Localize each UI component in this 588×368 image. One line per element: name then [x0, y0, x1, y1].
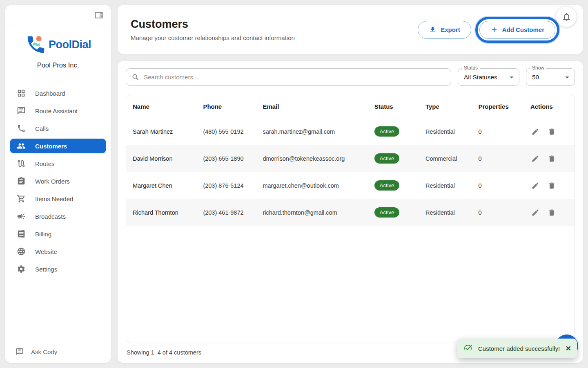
- cell-name: Richard Thornton: [126, 199, 196, 226]
- export-button[interactable]: Export: [418, 21, 471, 39]
- page-header: Customers Manage your customer relations…: [118, 5, 583, 54]
- cell-properties: 0: [472, 118, 524, 145]
- customers-table: Name Phone Email Status Type Properties …: [126, 95, 575, 226]
- cell-properties: 0: [472, 199, 524, 226]
- app-root: PoolDial Pool Pros Inc. Dashboard Route …: [0, 0, 588, 368]
- column-header-type: Type: [419, 95, 472, 118]
- cart-icon: [16, 194, 26, 204]
- dashboard-icon: [16, 88, 26, 98]
- cell-phone: (203) 655-1890: [196, 145, 256, 172]
- edit-icon[interactable]: [530, 181, 540, 191]
- people-icon: [16, 141, 26, 151]
- add-customer-label: Add Customer: [502, 26, 544, 33]
- phone-icon: [16, 123, 26, 133]
- main-content: Customers Manage your customer relations…: [118, 5, 583, 363]
- cell-type: Commercial: [419, 145, 472, 172]
- search-input[interactable]: [144, 74, 445, 81]
- delete-icon[interactable]: [547, 127, 557, 137]
- cell-email: margaret.chen@outlook.com: [256, 172, 368, 199]
- column-header-email: Email: [256, 95, 368, 118]
- status-filter-select[interactable]: Status All Statuses: [458, 68, 519, 86]
- page-title: Customers: [131, 18, 295, 31]
- company-name: Pool Pros Inc.: [5, 61, 111, 69]
- sidebar-item-broadcasts[interactable]: Broadcasts: [10, 209, 106, 224]
- cell-phone: (203) 876-5124: [196, 172, 256, 199]
- column-header-phone: Phone: [196, 95, 256, 118]
- cell-actions: [524, 118, 575, 145]
- check-circle-icon: [463, 343, 473, 353]
- logo-block: PoolDial Pool Pros Inc.: [5, 25, 111, 79]
- table-header-row: Name Phone Email Status Type Properties …: [126, 95, 575, 118]
- column-header-actions: Actions: [524, 95, 575, 118]
- delete-icon[interactable]: [547, 181, 557, 191]
- cell-phone: (480) 555-0192: [196, 118, 256, 145]
- clipboard-icon: [16, 176, 26, 186]
- cell-type: Residential: [419, 172, 472, 199]
- cell-status: Active: [368, 145, 419, 172]
- sidebar-item-work-orders[interactable]: Work Orders: [10, 174, 106, 188]
- table-row: Margaret Chen (203) 876-5124 margaret.ch…: [126, 172, 575, 199]
- status-badge: Active: [374, 126, 399, 137]
- column-header-name: Name: [126, 95, 196, 118]
- cell-properties: 0: [472, 172, 524, 199]
- receipt-icon: [16, 229, 26, 239]
- cell-name: Sarah Martinez: [126, 118, 196, 145]
- cell-status: Active: [368, 118, 419, 145]
- delete-icon[interactable]: [547, 208, 557, 218]
- gear-icon: [16, 264, 26, 274]
- cell-email: dmorrison@tokenekeassoc.org: [256, 145, 368, 172]
- cell-email: sarah.martinez@gmail.com: [256, 118, 368, 145]
- search-icon: [131, 73, 140, 81]
- collapse-sidebar-icon[interactable]: [94, 10, 104, 20]
- status-badge: Active: [374, 153, 399, 164]
- sidebar-item-calls[interactable]: Calls: [10, 121, 106, 136]
- add-customer-button[interactable]: Add Customer: [479, 21, 555, 39]
- edit-icon[interactable]: [530, 208, 540, 218]
- chevron-down-icon: [563, 73, 572, 82]
- chat-icon: [16, 348, 24, 356]
- brand-name: PoolDial: [49, 38, 91, 51]
- customers-panel: Status All Statuses Show 50: [118, 61, 583, 363]
- cell-email: richard.thornton@gmail.com: [256, 199, 368, 226]
- table-row: Richard Thornton (203) 461-9872 richard.…: [126, 199, 575, 226]
- show-count-label: Show: [530, 65, 546, 71]
- cell-status: Active: [368, 199, 419, 226]
- sidebar-item-settings[interactable]: Settings: [10, 262, 106, 276]
- cell-status: Active: [368, 172, 419, 199]
- route-icon: [16, 159, 26, 168]
- ask-cody-label: Ask Cody: [31, 348, 57, 355]
- edit-icon[interactable]: [530, 127, 540, 137]
- bell-icon: [561, 12, 572, 22]
- sidebar-nav: Dashboard Route Assistant Calls Customer…: [5, 79, 111, 276]
- sidebar-item-dashboard[interactable]: Dashboard: [10, 86, 106, 101]
- chevron-down-icon: [507, 73, 516, 82]
- status-badge: Active: [374, 180, 399, 191]
- column-header-status: Status: [368, 95, 419, 118]
- show-count-select[interactable]: Show 50: [526, 68, 575, 86]
- delete-icon[interactable]: [547, 154, 557, 164]
- sidebar-item-routes[interactable]: Routes: [10, 156, 106, 171]
- cell-name: Margaret Chen: [126, 172, 196, 199]
- sidebar-item-billing[interactable]: Billing: [10, 227, 106, 241]
- export-label: Export: [441, 26, 460, 33]
- ask-cody-button[interactable]: Ask Cody: [16, 348, 57, 356]
- cell-actions: [524, 145, 575, 172]
- sidebar-item-route-assistant[interactable]: Route Assistant: [10, 103, 106, 118]
- sidebar-item-website[interactable]: Website: [10, 244, 106, 259]
- toast-close-icon[interactable]: ✕: [566, 344, 571, 353]
- edit-icon[interactable]: [530, 154, 540, 164]
- column-header-properties: Properties: [472, 95, 524, 118]
- add-customer-focus-ring: Add Customer: [475, 17, 559, 43]
- cell-type: Residential: [419, 199, 472, 226]
- customers-table-container: Name Phone Email Status Type Properties …: [126, 95, 575, 343]
- sidebar-item-customers[interactable]: Customers: [10, 139, 106, 153]
- cell-phone: (203) 461-9872: [196, 199, 256, 226]
- toast-message: Customer added successfully!: [478, 345, 560, 352]
- cell-type: Residential: [419, 118, 472, 145]
- page-subtitle: Manage your customer relationships and c…: [131, 34, 295, 41]
- notifications-bell-button[interactable]: [556, 7, 577, 27]
- sidebar: PoolDial Pool Pros Inc. Dashboard Route …: [5, 5, 111, 363]
- sidebar-item-items-needed[interactable]: Items Needed: [10, 191, 106, 206]
- cell-name: David Morrison: [126, 145, 196, 172]
- plus-icon: [490, 26, 498, 34]
